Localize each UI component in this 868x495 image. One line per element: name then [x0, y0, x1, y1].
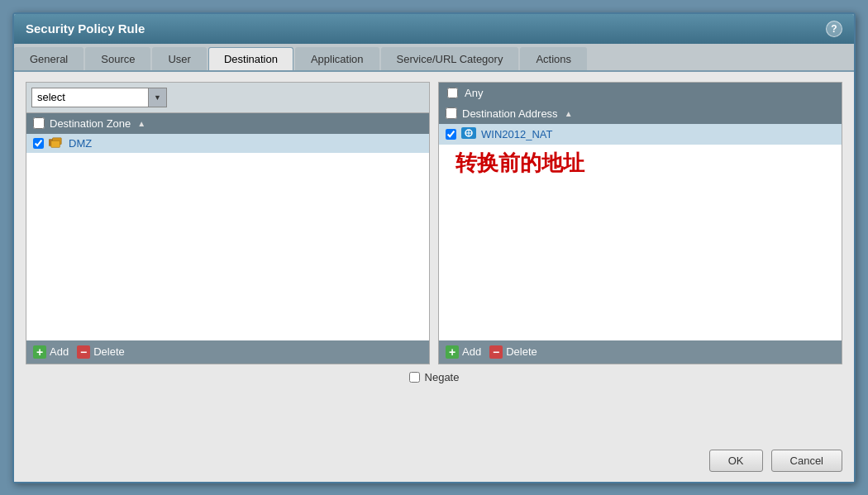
dmz-link[interactable]: DMZ — [69, 137, 92, 150]
zone-sort-arrow: ▲ — [137, 119, 145, 128]
security-policy-rule-dialog: Security Policy Rule ? General Source Us… — [12, 12, 856, 483]
tab-general[interactable]: General — [14, 47, 83, 70]
table-row[interactable]: DMZ — [26, 134, 429, 153]
title-bar: Security Policy Rule ? — [14, 14, 854, 44]
dialog-title: Security Policy Rule — [26, 21, 145, 36]
negate-row: Negate — [409, 371, 460, 383]
address-panel-footer: + Add − Delete — [439, 340, 842, 364]
address-header-checkbox[interactable] — [446, 107, 457, 119]
tab-actions[interactable]: Actions — [520, 47, 587, 70]
delete-icon-right: − — [489, 345, 503, 359]
address-delete-label: Delete — [506, 345, 537, 358]
svg-rect-2 — [51, 140, 60, 147]
any-checkbox[interactable] — [447, 88, 458, 98]
zone-header-checkbox[interactable] — [33, 117, 45, 129]
tab-content: Destination Zone ▲ — [14, 72, 854, 443]
address-sort-arrow: ▲ — [565, 109, 573, 118]
cancel-button[interactable]: Cancel — [771, 450, 842, 472]
zone-add-button[interactable]: + Add — [33, 345, 69, 359]
zone-select-dropdown-btn[interactable] — [148, 88, 166, 107]
add-icon: + — [33, 345, 46, 359]
zone-panel-header: Destination Zone ▲ — [26, 113, 429, 134]
zone-select-wrapper — [31, 88, 167, 107]
zone-select-input[interactable] — [32, 88, 148, 107]
zone-add-label: Add — [50, 345, 69, 358]
negate-checkbox[interactable] — [409, 372, 420, 383]
tab-service-url[interactable]: Service/URL Category — [381, 47, 519, 70]
any-row: Any — [439, 83, 842, 103]
zone-icon — [49, 137, 64, 149]
zone-panel-footer: + Add − Delete — [26, 340, 429, 364]
table-row[interactable]: WIN2012_NAT — [439, 124, 842, 145]
zone-header-label: Destination Zone — [50, 117, 131, 130]
delete-icon: − — [77, 345, 90, 359]
win2012-nat-link[interactable]: WIN2012_NAT — [481, 128, 552, 140]
dmz-checkbox[interactable] — [33, 138, 44, 149]
zone-panel-body: DMZ — [26, 134, 429, 340]
address-panel-body: WIN2012_NAT 转换前的地址 — [439, 124, 842, 340]
annotation-text: 转换前的地址 — [455, 149, 584, 178]
any-label: Any — [465, 87, 483, 99]
win2012-nat-checkbox[interactable] — [446, 129, 456, 140]
tab-destination[interactable]: Destination — [208, 47, 293, 70]
tab-user[interactable]: User — [152, 47, 206, 70]
address-add-button[interactable]: + Add — [446, 345, 481, 359]
address-delete-button[interactable]: − Delete — [489, 345, 537, 359]
tab-bar: General Source User Destination Applicat… — [14, 44, 854, 72]
negate-label: Negate — [425, 371, 460, 383]
destination-zone-panel: Destination Zone ▲ — [26, 82, 430, 364]
negate-row-container: Negate — [26, 364, 842, 390]
panels-row: Destination Zone ▲ — [26, 82, 842, 364]
tab-source[interactable]: Source — [85, 47, 150, 70]
help-icon[interactable]: ? — [826, 21, 842, 37]
tab-application[interactable]: Application — [295, 47, 379, 70]
add-icon-right: + — [446, 345, 459, 359]
address-panel-header: Destination Address ▲ — [439, 103, 842, 124]
select-row — [26, 83, 429, 113]
zone-delete-label: Delete — [93, 345, 125, 358]
ok-button[interactable]: OK — [709, 450, 763, 472]
address-header-label: Destination Address — [462, 107, 558, 120]
zone-delete-button[interactable]: − Delete — [77, 345, 125, 359]
address-icon — [461, 127, 476, 141]
destination-address-panel: Any Destination Address ▲ — [438, 82, 842, 364]
dialog-footer: OK Cancel — [14, 443, 854, 482]
address-add-label: Add — [462, 345, 481, 358]
